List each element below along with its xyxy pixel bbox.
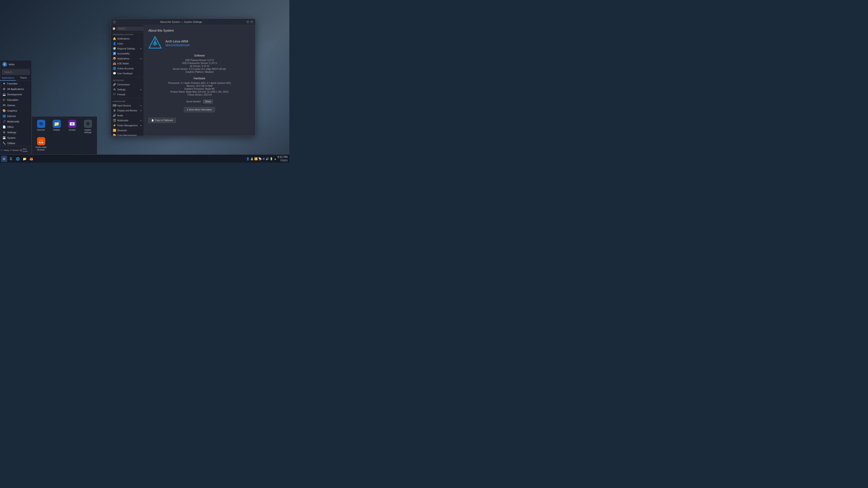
time-display: 9:31 PM [277,156,287,159]
tray-expand-icon[interactable]: ▲ [274,157,276,160]
app-firefox[interactable]: 🦊 Firefox Web Browser [34,136,49,153]
settings-launcher-icon: ⚙ [2,131,6,134]
education-icon: 🎓 [2,98,6,101]
nav-multimedia[interactable]: 🎬 Multimedia ▶ [111,118,144,123]
window-titlebar: − About this System — System Settings ▽ … [111,19,255,25]
more-options-button[interactable]: ⋯ [28,147,31,153]
nav-accessibility[interactable]: ♿ Accessibility [111,51,144,56]
taskbar-firefox[interactable]: 🦊 [28,156,34,162]
copy-to-clipboard-button[interactable]: 📋 Copy to Clipboard [148,118,176,123]
network-section-label: Network [111,78,144,82]
nav-audio[interactable]: 🔊 Audio [111,113,144,118]
taskbar-clock[interactable]: 9:31 PM 7/15/23 [277,156,287,162]
nav-kde-wallet[interactable]: 👜 KDE Wallet [111,61,144,66]
taskbar-pager[interactable]: ☰ [8,156,14,162]
app-system-settings[interactable]: ⚙ System Settings [81,119,95,135]
taskbar-files[interactable]: 📁 [21,156,28,162]
tab-places[interactable]: Places [16,75,31,80]
tray-volume-icon: 🔊 [266,157,269,160]
graphics-processor: Graphics Processor: Apple M1 [148,88,251,90]
shutdown-button[interactable]: ⏻ Shut Down [20,147,28,153]
applications-icon: 📦 [113,57,116,60]
os-url[interactable]: https://archlinuxarm.org/ [165,43,190,46]
nav-office[interactable]: 📄 Office [0,124,31,130]
nav-display-monitor[interactable]: 🖥 Display and Monitor ▶ [111,108,144,113]
nav-network-settings[interactable]: ⚙ Settings ▶ [111,87,144,92]
power-arrow: ▶ [141,125,142,127]
applications-arrow: ▶ [141,58,142,60]
nav-education[interactable]: 🎓 Education [0,97,31,103]
nav-notifications[interactable]: 🔔 Notifications [111,36,144,41]
nav-user-feedback[interactable]: 💬 User Feedback [111,71,144,76]
nav-favorites[interactable]: ★ Favorites [0,81,31,86]
nav-utilities[interactable]: 🔧 Utilities [0,140,31,146]
settings-window: − About this System — System Settings ▽ … [111,19,255,136]
processors-info: Processors: 4 × Apple Firestorm (M1), 4 … [148,82,251,84]
settings-search-input[interactable] [117,27,144,31]
app-grid: 🛍 Discover 📁 Dolphin 📧 Kontact ⚙ System … [32,116,97,155]
taskbar-browser[interactable]: 🌐 [14,156,21,162]
more-icon: ⋯ [29,149,31,151]
internet-icon: 🌐 [2,115,6,118]
svg-point-1 [153,41,157,46]
nav-settings-launcher[interactable]: ⚙ Settings [0,130,31,135]
nav-firewall[interactable]: 🛡 Firewall [111,92,144,97]
app-discover[interactable]: 🛍 Discover [34,119,49,135]
app-kontact[interactable]: 📧 Kontact [65,119,80,135]
nav-internet[interactable]: 🌐 Internet [0,113,31,119]
all-apps-icon: ⊞ [2,88,6,91]
nav-games[interactable]: 🎮 Games [0,103,31,108]
graphics-platform: Graphics Platform: Wayland [148,71,251,73]
show-more-info-button[interactable]: ℹ Show More Information [184,107,215,112]
restart-icon: ↺ [10,149,12,151]
home-button[interactable]: 🏠 [112,26,116,31]
network-settings-arrow: ▶ [141,89,142,91]
nav-regional[interactable]: 🌍 Regional Settings ▶ [111,46,144,51]
uboot-version: U-Boot Version: 2023.04 [148,94,251,96]
taskbar-apps-button[interactable]: ⊞ [1,156,7,162]
minimize-button[interactable]: − [113,20,116,24]
serial-label: Serial Number: [186,100,202,103]
tray-settings-icon: ⚙ [262,157,265,160]
tray-bluetooth-icon: 📡 [258,157,262,160]
firewall-icon: 🛡 [113,93,116,96]
sleep-button[interactable]: 💤 Sleep [0,147,9,153]
favorites-icon: ★ [2,82,6,85]
nav-power[interactable]: ⚡ Power Management ▶ [111,123,144,128]
dolphin-icon: 📁 [53,120,61,128]
display-icon: 🖥 [113,109,116,112]
nav-system[interactable]: 💾 System [0,135,31,140]
nav-applications[interactable]: 📦 Applications ▶ [111,56,144,61]
nav-color-management[interactable]: 🎨 Color Management [111,133,144,136]
restart-button[interactable]: ↺ Restart [9,147,20,153]
qt-version: Qt Version: 5.15.10 [148,65,251,67]
nav-connections[interactable]: 🔗 Connections [111,82,144,87]
app-dolphin[interactable]: 📁 Dolphin [49,119,64,135]
nav-online-accounts[interactable]: 🌐 Online Accounts [111,66,144,71]
window-body: 🏠 ☰ Personalization 🔔 Notifications 👤 Us… [111,25,255,136]
nav-bluetooth[interactable]: 📶 Bluetooth [111,128,144,133]
maximize-button[interactable]: ▽ [246,20,249,24]
tab-applications[interactable]: Applications [0,75,16,80]
kde-wallet-icon: 👜 [113,62,116,65]
nav-users[interactable]: 👤 Users [111,41,144,46]
tray-user-icon: 👤 [246,157,250,160]
launcher-search-input[interactable] [2,70,30,74]
users-icon: 👤 [113,42,116,45]
nav-all-applications[interactable]: ⊞ All Applications [0,86,31,92]
nav-multimedia-launcher[interactable]: 🎵 Multimedia [0,119,31,124]
taskbar-left: ⊞ ☰ 🌐 📁 🦊 [0,156,35,162]
show-serial-button[interactable]: Show [203,100,213,103]
nav-development[interactable]: 💻 Development [0,92,31,97]
os-info-section: Arch Linux ARM https://archlinuxarm.org/ [148,36,251,50]
close-button[interactable]: ✕ [250,20,253,24]
regional-arrow: ▶ [141,48,142,50]
utilities-icon: 🔧 [2,142,6,145]
bluetooth-icon: 📶 [113,129,116,132]
kontact-icon: 📧 [68,120,76,128]
software-title: Software [148,54,251,57]
nav-graphics[interactable]: 🎨 Graphics [0,108,31,113]
nav-input-devices[interactable]: ⌨ Input Devices ▶ [111,103,144,108]
audio-icon: 🔊 [113,114,116,117]
multimedia-launcher-icon: 🎵 [2,120,6,123]
